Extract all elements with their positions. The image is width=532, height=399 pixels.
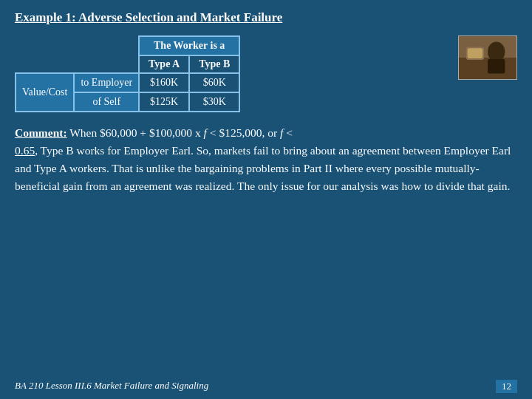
row2-type-b: $30K xyxy=(189,92,239,112)
to-employer-label: to Employer xyxy=(74,73,139,92)
col-header-row: Type A Type B xyxy=(16,55,239,73)
comment-text2: < $125,000, or xyxy=(207,126,280,139)
footer-page: 12 xyxy=(496,380,517,393)
table-row-1: Value/Cost to Employer $160K $60K xyxy=(16,73,239,92)
worker-header: The Worker is a xyxy=(139,36,239,55)
value-cost-label: Value/Cost xyxy=(16,73,74,112)
data-table: The Worker is a Type A Type B Value/Cost xyxy=(15,35,240,112)
svg-point-2 xyxy=(488,42,505,62)
comment-section: Comment: When $60,000 + $100,000 x f < $… xyxy=(15,124,517,195)
col-type-b: Type B xyxy=(189,55,239,73)
footer-label: BA 210 Lesson III.6 Market Failure and S… xyxy=(15,380,208,393)
comment-text3: < xyxy=(283,126,293,139)
row1-type-b: $60K xyxy=(189,73,239,92)
thumbnail-svg xyxy=(459,35,516,80)
comment-text1: When $60,000 + $100,000 x xyxy=(67,126,204,139)
thumbnail-image xyxy=(458,35,517,80)
slide-container: Example 1: Adverse Selection and Market … xyxy=(0,0,532,399)
empty-col1 xyxy=(16,55,74,73)
content-area: The Worker is a Type A Type B Value/Cost xyxy=(15,35,517,195)
header-row: The Worker is a xyxy=(16,36,239,55)
comment-label: Comment: xyxy=(15,126,67,139)
table-wrapper: The Worker is a Type A Type B Value/Cost xyxy=(15,35,451,112)
svg-rect-3 xyxy=(488,59,505,74)
of-self-label: of Self xyxy=(74,92,139,112)
footer: BA 210 Lesson III.6 Market Failure and S… xyxy=(0,380,532,393)
col-type-a: Type A xyxy=(139,55,189,73)
empty-header xyxy=(16,36,139,55)
comment-text5: , Type B works for Employer Earl. So, ma… xyxy=(15,144,511,192)
row2-type-a: $125K xyxy=(139,92,189,112)
svg-rect-5 xyxy=(468,48,482,58)
slide-title: Example 1: Adverse Selection and Market … xyxy=(15,10,517,25)
top-section: The Worker is a Type A Type B Value/Cost xyxy=(15,35,517,112)
empty-col2 xyxy=(74,55,139,73)
comment-text4: 0.65 xyxy=(15,144,35,157)
thumbnail-inner xyxy=(459,36,516,79)
row1-type-a: $160K xyxy=(139,73,189,92)
